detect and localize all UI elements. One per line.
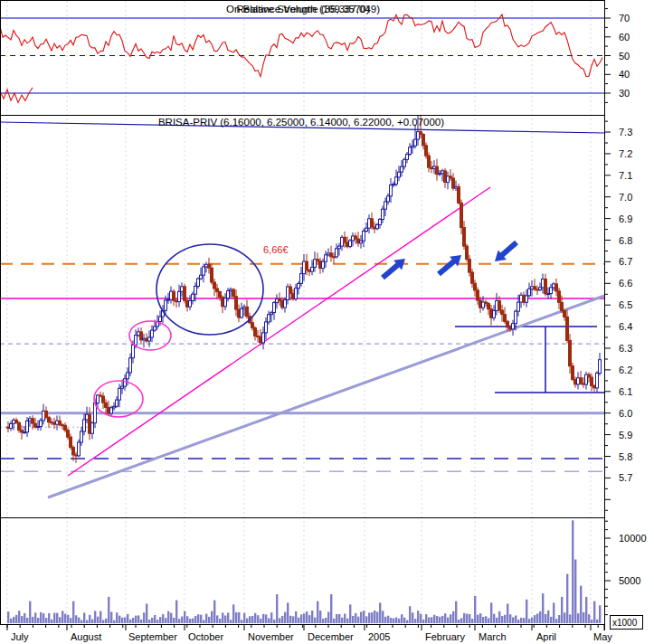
volume-bar[interactable]: [64, 614, 66, 623]
candle-up[interactable]: [403, 159, 406, 166]
candle-down[interactable]: [580, 378, 583, 384]
volume-panel[interactable]: [0, 517, 604, 624]
volume-bar[interactable]: [482, 617, 484, 623]
volume-bar[interactable]: [401, 614, 403, 623]
volume-bar[interactable]: [262, 614, 264, 623]
volume-bar[interactable]: [175, 601, 177, 623]
volume-bar[interactable]: [585, 597, 587, 623]
volume-bar[interactable]: [558, 615, 560, 623]
volume-bar[interactable]: [230, 620, 232, 623]
volume-bar[interactable]: [412, 612, 413, 623]
volume-bar[interactable]: [474, 596, 476, 623]
volume-bar[interactable]: [336, 614, 337, 623]
volume-bar[interactable]: [466, 614, 468, 624]
volume-bar[interactable]: [208, 617, 210, 623]
volume-bar[interactable]: [314, 618, 316, 623]
volume-bar[interactable]: [132, 618, 134, 623]
volume-bar[interactable]: [45, 618, 47, 623]
candle-up[interactable]: [200, 275, 203, 279]
volume-bar[interactable]: [154, 615, 156, 623]
candle-up[interactable]: [268, 315, 270, 322]
volume-bar[interactable]: [200, 615, 202, 623]
volume-bar[interactable]: [241, 620, 242, 623]
indicator-panel[interactable]: [0, 0, 604, 116]
volume-bar[interactable]: [118, 616, 120, 623]
volume-bar[interactable]: [295, 611, 297, 623]
candle-up[interactable]: [10, 423, 13, 428]
volume-bar[interactable]: [284, 612, 286, 623]
volume-bar[interactable]: [439, 617, 441, 623]
volume-bar[interactable]: [566, 574, 568, 624]
candle-down[interactable]: [507, 321, 509, 327]
candle-down[interactable]: [558, 291, 561, 303]
candle-up[interactable]: [363, 232, 365, 242]
candle-down[interactable]: [504, 315, 507, 322]
volume-bar[interactable]: [178, 619, 180, 623]
volume-bar[interactable]: [444, 613, 446, 623]
volume-bar[interactable]: [374, 611, 375, 623]
candle-up[interactable]: [262, 333, 265, 343]
volume-bar[interactable]: [507, 603, 508, 623]
volume-bar[interactable]: [393, 619, 394, 623]
candle-up[interactable]: [40, 421, 43, 427]
volume-bar[interactable]: [458, 620, 460, 623]
volume-bar[interactable]: [536, 613, 538, 623]
volume-bar[interactable]: [67, 615, 69, 623]
candle-down[interactable]: [59, 421, 62, 425]
volume-bar[interactable]: [553, 602, 554, 623]
volume-bar[interactable]: [490, 602, 492, 623]
volume-bar[interactable]: [83, 612, 85, 623]
volume-bar[interactable]: [257, 615, 259, 623]
candle-down[interactable]: [425, 146, 428, 156]
volume-bar[interactable]: [338, 614, 340, 623]
candle-up[interactable]: [273, 303, 276, 313]
volume-bar[interactable]: [327, 612, 329, 624]
volume-bar[interactable]: [526, 600, 527, 623]
volume-bar[interactable]: [409, 606, 411, 623]
candle-down[interactable]: [32, 419, 34, 423]
candle-down[interactable]: [219, 292, 222, 298]
volume-bar[interactable]: [37, 618, 39, 623]
volume-bar[interactable]: [137, 615, 139, 623]
candle-up[interactable]: [311, 267, 314, 271]
candle-down[interactable]: [72, 448, 75, 455]
candle-down[interactable]: [251, 323, 254, 328]
candle-down[interactable]: [70, 437, 72, 448]
volume-bar[interactable]: [89, 615, 90, 623]
volume-bar[interactable]: [159, 617, 161, 623]
candle-down[interactable]: [173, 291, 175, 300]
volume-bar[interactable]: [349, 604, 351, 623]
candle-up[interactable]: [83, 420, 86, 431]
volume-bar[interactable]: [471, 619, 473, 623]
volume-bar[interactable]: [265, 614, 267, 623]
candle-up[interactable]: [395, 177, 398, 185]
candle-down[interactable]: [216, 289, 219, 292]
volume-bar[interactable]: [192, 619, 194, 623]
volume-bar[interactable]: [53, 613, 55, 623]
volume-bar[interactable]: [213, 601, 215, 623]
candle-down[interactable]: [471, 272, 474, 283]
candle-down[interactable]: [18, 422, 21, 430]
volume-bar[interactable]: [422, 620, 424, 623]
candle-down[interactable]: [564, 311, 566, 317]
volume-bar[interactable]: [485, 616, 487, 623]
volume-bar[interactable]: [531, 618, 533, 623]
volume-bar[interactable]: [306, 611, 308, 623]
candle-up[interactable]: [349, 241, 352, 247]
volume-bar[interactable]: [569, 614, 571, 623]
volume-bar[interactable]: [116, 612, 118, 623]
volume-bar[interactable]: [523, 618, 525, 623]
candle-up[interactable]: [110, 408, 113, 413]
price-panel[interactable]: [0, 116, 604, 517]
volume-bar[interactable]: [243, 613, 245, 623]
volume-bar[interactable]: [477, 615, 479, 623]
volume-bar[interactable]: [162, 614, 164, 623]
candle-down[interactable]: [477, 290, 479, 300]
volume-bar[interactable]: [186, 616, 188, 623]
candle-down[interactable]: [422, 135, 425, 146]
volume-bar[interactable]: [143, 612, 145, 623]
volume-bar[interactable]: [156, 620, 158, 623]
candle-up[interactable]: [26, 421, 29, 432]
volume-bar[interactable]: [249, 616, 251, 623]
volume-bar[interactable]: [197, 614, 199, 623]
